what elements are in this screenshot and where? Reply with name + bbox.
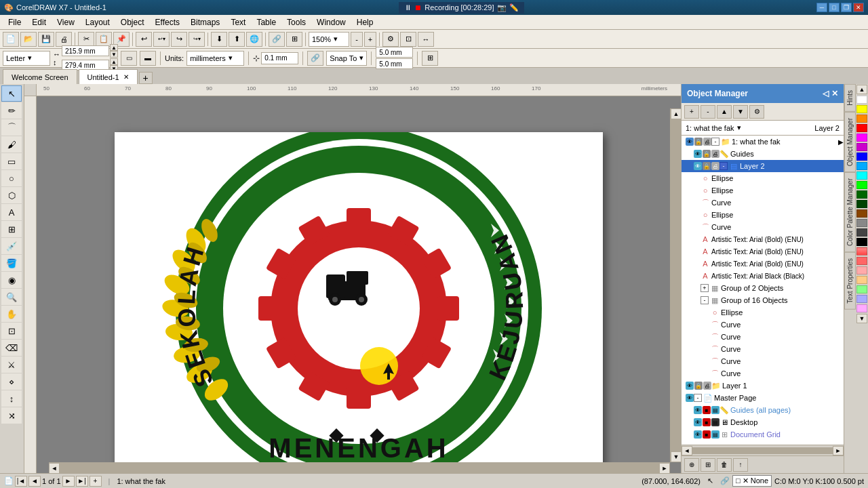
menu-edit[interactable]: Edit — [26, 16, 52, 28]
tree-curve6[interactable]: ⌒ Curve — [682, 355, 844, 367]
undo-button[interactable]: ↩ — [136, 32, 152, 47]
object-manager-tab[interactable]: Object Manager — [844, 112, 856, 172]
swatch-lightgreen[interactable] — [856, 285, 867, 293]
om-move-up-button[interactable]: ▲ — [717, 105, 732, 119]
swatch-orange[interactable] — [856, 115, 867, 123]
tree-masterpage[interactable]: 👁 - 📄 Master Page — [682, 392, 844, 404]
paper-size-dropdown[interactable]: Letter ▾ — [3, 51, 50, 66]
menu-text[interactable]: Text — [225, 16, 251, 28]
selector-tool[interactable]: ↖ — [1, 85, 22, 102]
swatch-darkgreen[interactable] — [856, 190, 867, 199]
swatch-gray[interactable] — [856, 219, 867, 227]
layer2-print[interactable]: 🖨 — [711, 162, 719, 170]
layer1-print[interactable]: 🖨 — [703, 382, 711, 390]
menu-file[interactable]: File — [3, 16, 26, 28]
guides-lock[interactable]: 🔒 — [703, 150, 711, 158]
units-dropdown[interactable]: millimeters ▾ — [186, 51, 244, 66]
nudge-input[interactable] — [261, 52, 298, 64]
layer2-vis[interactable]: 👁 — [694, 162, 702, 170]
layer1-lock[interactable]: 🔒 — [694, 382, 703, 390]
om-scroll-left[interactable]: ◄ — [682, 446, 692, 455]
artistic-media-tool[interactable]: 🖌 — [1, 136, 22, 152]
swatch-green[interactable] — [856, 181, 867, 189]
freehand-tool[interactable]: ✏ — [1, 102, 22, 119]
first-page-button[interactable]: |◄ — [15, 476, 27, 487]
snap-dropdown[interactable]: Snap To ▾ — [326, 51, 367, 66]
tree-guides[interactable]: 👁 🔒 🖨 📏 Guides — [682, 148, 844, 160]
tab-untitled1[interactable]: Untitled-1 ✕ — [79, 69, 138, 84]
swatch-peach[interactable] — [856, 276, 867, 284]
snap-button[interactable]: 🔗 — [269, 32, 285, 47]
swatch-purple[interactable] — [856, 143, 867, 151]
save-button[interactable]: 💾 — [38, 32, 54, 47]
transform-button[interactable]: ↔ — [418, 32, 434, 47]
tree-curve2[interactable]: ⌒ Curve — [682, 221, 844, 233]
smart-fill-tool[interactable]: ◉ — [1, 272, 22, 288]
pan-tool[interactable]: ✋ — [1, 306, 22, 322]
publish-button[interactable]: 🌐 — [246, 32, 262, 47]
tree-layer1[interactable]: 👁 🔒 🖨 📁 Layer 1 — [682, 380, 844, 392]
tree-group2obj[interactable]: + ▦ Group of 2 Objects — [682, 282, 844, 294]
menu-tools[interactable]: Tools — [281, 16, 311, 28]
scroll-right-button[interactable]: ► — [659, 463, 670, 473]
menu-help[interactable]: Help — [351, 16, 379, 28]
om-delete-layer-button[interactable]: - — [701, 105, 715, 119]
add-page-status-button[interactable]: + — [90, 476, 102, 487]
om-scroll-right[interactable]: ► — [833, 446, 844, 455]
hints-tab[interactable]: Hints — [844, 84, 856, 112]
ga-color[interactable]: ■ — [703, 406, 711, 414]
rectangle-tool[interactable]: ▭ — [1, 153, 22, 169]
tree-arttext3[interactable]: A Artistic Text: Arial (Bold) (ENU) — [682, 258, 844, 270]
swatch-pink[interactable] — [856, 257, 867, 265]
snap-to-button[interactable]: 🔗 — [307, 51, 323, 66]
swatch-red2[interactable] — [856, 247, 867, 256]
zoom-dropdown[interactable]: 150% ▾ — [309, 32, 349, 47]
open-button[interactable]: 📂 — [20, 32, 37, 47]
fill-tool[interactable]: 🪣 — [1, 255, 22, 271]
tree-layer-whatthefak[interactable]: 👁 🔒 🖨 - 📁 1: what the fak ▶ — [682, 136, 844, 148]
table-tool[interactable]: ⊞ — [1, 221, 22, 237]
restore-button[interactable]: ❐ — [841, 3, 852, 12]
tree-curve3[interactable]: ⌒ Curve — [682, 319, 844, 331]
canvas[interactable]: SEKOLAH KEJURUAN MENENGAH NEGERI 2 — [37, 96, 681, 473]
dg-flag[interactable]: ▤ — [711, 430, 719, 439]
swatch-cyan[interactable] — [856, 171, 867, 180]
om-add-layer-button[interactable]: + — [684, 105, 699, 119]
bezier-tool[interactable]: ⌒ — [1, 119, 22, 136]
menu-object[interactable]: Object — [115, 16, 150, 28]
tree-arttext1[interactable]: A Artistic Text: Arial (Bold) (ENU) — [682, 233, 844, 245]
tree-arttext2[interactable]: A Artistic Text: Arial (Bold) (ENU) — [682, 245, 844, 258]
ga-flag[interactable]: ▤ — [711, 406, 719, 414]
tree-curve4[interactable]: ⌒ Curve — [682, 331, 844, 343]
tree-ellipse3[interactable]: ○ Ellipse — [682, 209, 844, 221]
maximize-button[interactable]: □ — [829, 3, 840, 12]
import-button[interactable]: ⬇ — [211, 32, 227, 47]
swatch-lightblue[interactable] — [856, 162, 867, 170]
swatch-white[interactable] — [856, 96, 867, 104]
om-close-icon[interactable]: ✕ — [831, 89, 838, 98]
swatch-black[interactable] — [856, 238, 867, 246]
next-page-button[interactable]: ► — [62, 476, 75, 487]
color-palette-manager-tab[interactable]: Color Palette Manager — [844, 172, 856, 252]
text-tool[interactable]: A — [1, 204, 22, 220]
swatch-yellow[interactable] — [856, 105, 867, 113]
width-spinner[interactable]: ▲ ▼ — [110, 44, 118, 58]
snap2-button[interactable]: ⊞ — [286, 32, 302, 47]
menu-layout[interactable]: Layout — [80, 16, 115, 28]
mp-expand[interactable]: - — [694, 394, 702, 402]
guides-print[interactable]: 🖨 — [711, 150, 719, 158]
redo-button[interactable]: ↪ — [171, 32, 187, 47]
prev-page-button[interactable]: ◄ — [28, 476, 41, 487]
tree-arttext4[interactable]: A Artistic Text: Arial Black (Black) — [682, 270, 844, 282]
om-new-layer[interactable]: ⊕ — [684, 458, 699, 472]
om-scrollbar[interactable]: ◄ ► — [682, 445, 844, 455]
connector-tool[interactable]: ⤨ — [1, 407, 22, 424]
tree-ellipse4[interactable]: ○ Ellipse — [682, 306, 844, 319]
swatch-brown[interactable] — [856, 209, 867, 218]
ga-vis[interactable]: 👁 — [694, 406, 702, 414]
om-new-master-layer[interactable]: ⊞ — [701, 458, 715, 472]
om-settings-button[interactable]: ⚙ — [749, 105, 764, 119]
tree-docgrid[interactable]: 👁 ■ ▤ ⊞ Document Grid — [682, 428, 844, 441]
tree-desktop[interactable]: 👁 ■ ▤ 🖥 Desktop — [682, 416, 844, 428]
recording-camera[interactable]: 📷 — [497, 3, 507, 12]
